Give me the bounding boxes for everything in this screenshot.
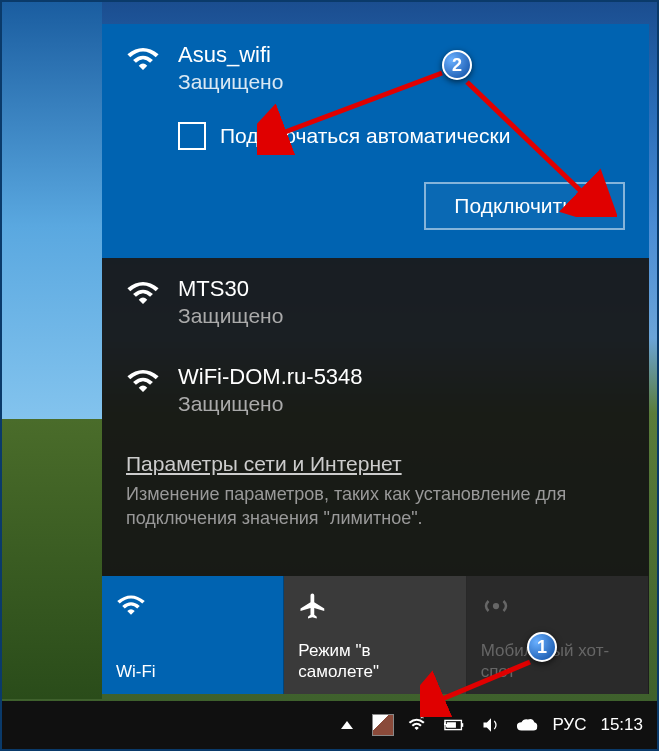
tray-onedrive-icon[interactable] bbox=[516, 714, 538, 736]
tile-wifi[interactable]: Wi-Fi bbox=[102, 576, 284, 694]
tray-chevron-icon[interactable] bbox=[336, 714, 358, 736]
network-item-selected[interactable]: Asus_wifi Защищено Подключаться автомати… bbox=[102, 24, 649, 258]
network-settings-link[interactable]: Параметры сети и Интернет bbox=[126, 452, 402, 476]
tile-label: Режим "в самолете" bbox=[298, 641, 451, 682]
tray-language[interactable]: РУС bbox=[552, 715, 586, 735]
auto-connect-checkbox[interactable] bbox=[178, 122, 206, 150]
network-status: Защищено bbox=[178, 392, 625, 416]
network-item[interactable]: WiFi-DOM.ru-5348 Защищено bbox=[102, 346, 649, 434]
wifi-icon bbox=[116, 588, 269, 624]
network-status: Защищено bbox=[178, 304, 625, 328]
annotation-badge-1: 1 bbox=[527, 632, 557, 662]
tile-airplane[interactable]: Режим "в самолете" bbox=[284, 576, 466, 694]
network-settings-description: Изменение параметров, таких как установл… bbox=[126, 482, 625, 531]
svg-point-0 bbox=[493, 603, 499, 609]
network-name: Asus_wifi bbox=[178, 42, 625, 68]
network-status: Защищено bbox=[178, 70, 625, 94]
taskbar: * РУС 15:13 bbox=[2, 701, 657, 749]
tray-battery-icon[interactable] bbox=[444, 714, 466, 736]
airplane-icon bbox=[298, 588, 451, 624]
svg-rect-2 bbox=[462, 723, 464, 727]
desktop-wallpaper-grass bbox=[2, 419, 102, 699]
annotation-badge-2: 2 bbox=[442, 50, 472, 80]
network-item[interactable]: MTS30 Защищено bbox=[102, 258, 649, 346]
wifi-icon bbox=[126, 280, 160, 308]
auto-connect-label: Подключаться автоматически bbox=[220, 124, 510, 148]
connect-button[interactable]: Подключиться bbox=[424, 182, 625, 230]
wifi-icon bbox=[126, 368, 160, 396]
network-settings-section: Параметры сети и Интернет Изменение пара… bbox=[102, 434, 649, 531]
network-name: WiFi-DOM.ru-5348 bbox=[178, 364, 625, 390]
tile-label: Мобильный хот-спот bbox=[481, 641, 634, 682]
auto-connect-row[interactable]: Подключаться автоматически bbox=[178, 122, 510, 150]
wifi-icon bbox=[126, 46, 160, 74]
network-name: MTS30 bbox=[178, 276, 625, 302]
tile-label: Wi-Fi bbox=[116, 662, 269, 682]
tray-clock[interactable]: 15:13 bbox=[600, 715, 643, 735]
network-flyout: Asus_wifi Защищено Подключаться автомати… bbox=[102, 24, 649, 694]
quick-action-tiles: Wi-Fi Режим "в самолете" Мобильный хот-с… bbox=[102, 576, 649, 694]
tray-network-icon[interactable]: * bbox=[408, 714, 430, 736]
tray-app-icon[interactable] bbox=[372, 714, 394, 736]
tile-hotspot[interactable]: Мобильный хот-спот bbox=[467, 576, 649, 694]
desktop-wallpaper-sky bbox=[2, 2, 102, 452]
hotspot-icon bbox=[481, 588, 634, 624]
tray-volume-icon[interactable] bbox=[480, 714, 502, 736]
